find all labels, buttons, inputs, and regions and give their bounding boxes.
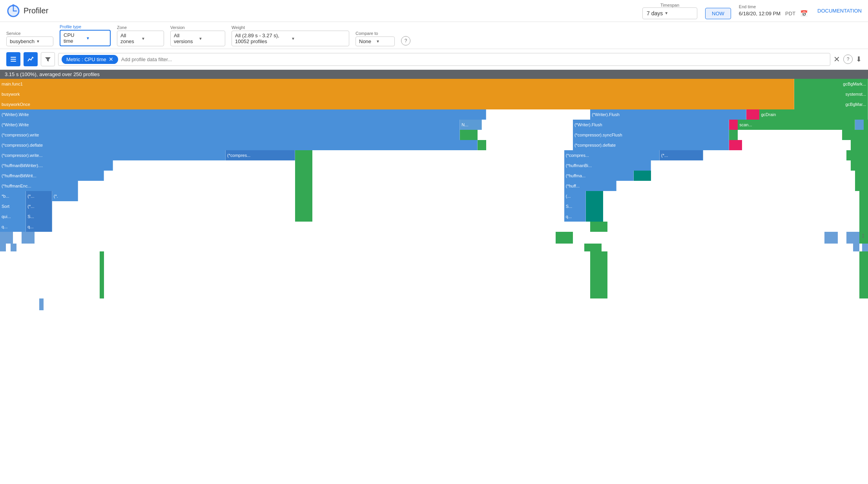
calendar-icon-button[interactable]: 📅 <box>799 9 810 18</box>
timespan-label: Timespan <box>660 3 679 7</box>
filter-clear-button[interactable]: ✕ <box>833 55 840 64</box>
flame-cell-gcbgmar[interactable]: gcBgMar... <box>794 99 868 109</box>
flame-row-q: q... q... <box>0 222 868 232</box>
flame-cell-sort[interactable]: Sort <box>0 201 26 211</box>
metric-filter-chip[interactable]: Metric : CPU time ✕ <box>62 55 118 64</box>
header-top: Profiler Timespan 7 days ▼ NOW End time … <box>0 0 868 22</box>
flame-cell-writer-write-2a[interactable]: (*Writer).Write <box>0 120 460 130</box>
flame-cell-writer-write-1[interactable]: (*Writer).Write <box>0 109 486 120</box>
flame-cell-n[interactable]: N... <box>460 120 481 130</box>
version-value: All versions <box>174 33 197 44</box>
scroll-to-top-icon[interactable]: ↕ <box>861 231 865 240</box>
metric-chip-text: Metric : CPU time <box>66 56 106 62</box>
compare-value: None <box>359 38 374 44</box>
flame-cell-compressor-write2[interactable]: (*compressor).write... <box>0 150 226 160</box>
flame-cell-scan[interactable]: scan... <box>738 120 855 130</box>
profile-type-value: CPU time <box>64 32 84 44</box>
flame-cell-q1[interactable]: q... <box>0 222 26 232</box>
compare-help-icon[interactable]: ? <box>401 36 410 45</box>
flame-row-lower2 <box>0 244 868 251</box>
flame-cell-gcdrain[interactable]: gcDrain <box>759 109 868 120</box>
now-button[interactable]: NOW <box>705 8 731 19</box>
version-dropdown-group: Version All versions ▼ <box>170 25 225 46</box>
list-view-button[interactable] <box>6 52 20 66</box>
flame-cell-writer-flush-1[interactable]: (*Writer).Flush <box>590 109 746 120</box>
timespan-select[interactable]: 7 days ▼ <box>642 7 697 19</box>
timezone-label: PDT <box>785 11 795 16</box>
compare-select[interactable]: None ▼ <box>356 36 395 46</box>
flame-cell-compressor-syncflush[interactable]: (*compressor).syncFlush <box>573 130 729 140</box>
flame-cell-sortstar[interactable]: (*... <box>26 201 52 211</box>
flame-cell-compressor-deflate-2[interactable]: (*compressor).deflate <box>573 140 729 150</box>
flame-header-bar: 3.15 s (100%), averaged over 250 profile… <box>0 70 868 79</box>
flame-row-sort: Sort (*... S... <box>0 201 868 211</box>
flame-row-compressor-deflate: (*compressor).deflate (*compressor).defl… <box>0 140 868 150</box>
compare-dropdown-group: Compare to None ▼ <box>356 31 395 46</box>
flame-row-main-func1: main.func1 gcBgMark... <box>0 79 868 89</box>
flame-cell-s2[interactable]: S... <box>26 211 52 222</box>
documentation-link[interactable]: DOCUMENTATION <box>817 8 862 14</box>
flame-cell-paren[interactable]: (... <box>564 191 586 201</box>
compare-label: Compare to <box>356 31 395 36</box>
flame-cell-q2[interactable]: q... <box>26 222 52 232</box>
flame-cell-busywork[interactable]: busywork <box>0 89 794 99</box>
filter-text-input[interactable] <box>121 56 827 62</box>
service-select[interactable]: busybench ▼ <box>6 36 53 46</box>
flame-cell-star2[interactable]: (*. <box>52 191 78 201</box>
flame-cell-s[interactable]: S... <box>564 201 586 211</box>
flame-row-b: *b... (*... (*. (... <box>0 191 868 201</box>
profiler-logo-icon <box>6 4 20 18</box>
service-arrow-icon: ▼ <box>36 39 50 44</box>
flame-cell-compressor-write[interactable]: (*compressor).write <box>0 130 460 140</box>
filter-help-button[interactable]: ? <box>843 55 853 64</box>
flame-cell-huffman2[interactable]: (*huffmanBi... <box>564 160 651 171</box>
flame-row-quick: qui... S... q... <box>0 211 868 222</box>
filter-icon-button[interactable] <box>41 52 55 66</box>
flame-cell-main-func1[interactable]: main.func1 <box>0 79 794 89</box>
flame-cell-star1[interactable]: (*... <box>26 191 52 201</box>
flame-cell-q[interactable]: q... <box>564 211 586 222</box>
flame-graph: main.func1 gcBgMark... busywork systemst… <box>0 79 868 310</box>
flame-cell-huffmanenc[interactable]: (*huffmanEnc... <box>0 181 78 191</box>
filter-download-button[interactable]: ⬇ <box>856 55 862 64</box>
zone-select[interactable]: All zones ▼ <box>117 31 164 46</box>
weight-select[interactable]: All (2.89 s - 3.27 s), 10052 profiles ▼ <box>232 31 349 46</box>
flame-cell-huffmanbitwrite[interactable]: (*huffmanBitWrit... <box>0 171 104 181</box>
flame-cell-compressor4[interactable]: (*... <box>660 150 703 160</box>
version-arrow-icon: ▼ <box>199 36 222 41</box>
flame-cell-qui[interactable]: qui... <box>0 211 26 222</box>
profile-type-dropdown-group: Profile type CPU time ▼ <box>60 24 111 46</box>
flame-row-lower1 <box>0 232 868 244</box>
zone-value: All zones <box>120 33 140 44</box>
flame-cell-compressor3[interactable]: (*compres... <box>564 150 660 160</box>
flame-cell-b[interactable]: *b... <box>0 191 26 201</box>
flame-cell-writer-flush-2[interactable]: (*Writer).Flush <box>573 120 729 130</box>
flame-cell-gcbgmark[interactable]: gcBgMark... <box>794 79 868 89</box>
profile-type-select[interactable]: CPU time ▼ <box>60 30 111 46</box>
weight-arrow-icon: ▼ <box>291 36 346 41</box>
chart-view-button[interactable] <box>24 52 38 66</box>
endtime-value: 6/18/20, 12:09 PM <box>739 11 780 16</box>
filter-input-area: Metric : CPU time ✕ <box>58 53 830 66</box>
flame-row-busyworkonce: busyworkOnce gcBgMar... <box>0 99 868 109</box>
flame-cell-huffman1[interactable]: (*huffmanBitWriter).... <box>0 160 113 171</box>
dropdowns-row: Service busybench ▼ Profile type CPU tim… <box>0 22 868 49</box>
service-dropdown-group: Service busybench ▼ <box>6 31 53 46</box>
zone-arrow-icon: ▼ <box>141 36 160 41</box>
flame-cell-huff[interactable]: (*huff... <box>564 181 616 191</box>
flame-row-writer-write-1: (*Writer).Write (*Writer).Flush gcDrain <box>0 109 868 120</box>
metric-chip-close-icon[interactable]: ✕ <box>109 56 113 62</box>
profile-type-label: Profile type <box>60 24 111 29</box>
flame-row-tail <box>0 298 868 310</box>
flame-cell-systemst[interactable]: systemst... <box>794 89 868 99</box>
flame-cell-compressor-deflate-1[interactable]: (*compressor).deflate <box>0 140 478 150</box>
svg-point-2 <box>12 4 15 7</box>
version-select[interactable]: All versions ▼ <box>170 31 225 46</box>
flame-cell-compressor2[interactable]: (*compres... <box>226 150 295 160</box>
zone-dropdown-group: Zone All zones ▼ <box>117 25 164 46</box>
flame-cell-busyworkonce[interactable]: busyworkOnce <box>0 99 794 109</box>
flame-row-huffmanenc: (*huffmanEnc... (*huff... <box>0 181 868 191</box>
endtime-group: End time 6/18/20, 12:09 PM PDT 📅 <box>739 4 810 18</box>
flame-row-huffman2: (*huffmanBitWrit... (*huffma... <box>0 171 868 181</box>
flame-cell-huffma[interactable]: (*huffma... <box>564 171 634 181</box>
